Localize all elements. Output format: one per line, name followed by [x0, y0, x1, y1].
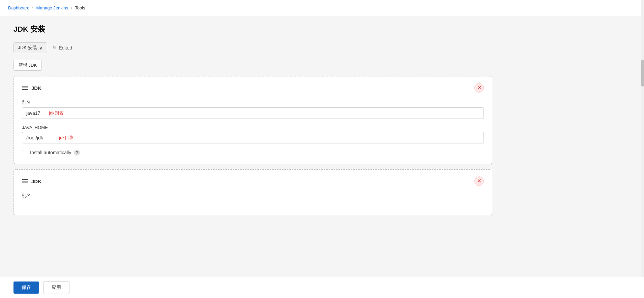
- breadcrumb-dashboard[interactable]: Dashboard: [8, 5, 30, 10]
- bottom-toolbar: 保存 应用: [0, 277, 644, 298]
- card-1-install-auto-label: Install automatically: [30, 150, 71, 155]
- card-1-title: JDK: [31, 85, 41, 91]
- card-2-alias-label: 别名: [22, 193, 484, 199]
- jdk-card-1: JDK ✕ 别名 jdk别名 JAVA_HOME jdk目录 Install a…: [13, 76, 492, 164]
- breadcrumb-sep-1: ›: [32, 6, 34, 10]
- card-1-javahome-input[interactable]: [22, 132, 484, 143]
- card-1-alias-input-wrapper: jdk别名: [22, 107, 484, 119]
- pencil-icon: ✎: [53, 45, 57, 51]
- card-2-title: JDK: [31, 178, 41, 184]
- card-1-header: JDK ✕: [22, 83, 484, 93]
- edited-status: ✎ Edited: [53, 45, 72, 51]
- breadcrumb-tools: Tools: [75, 5, 85, 10]
- card-2-alias-group: 别名: [22, 193, 484, 199]
- scrollbar-thumb[interactable]: [641, 60, 644, 87]
- drag-handle-icon-2[interactable]: [22, 179, 28, 183]
- card-2-title-group: JDK: [22, 178, 41, 184]
- card-1-javahome-group: JAVA_HOME jdk目录: [22, 125, 484, 143]
- card-2-close-button[interactable]: ✕: [474, 176, 484, 186]
- page-title: JDK 安装: [13, 24, 492, 34]
- card-1-help-icon[interactable]: ?: [74, 150, 80, 156]
- drag-handle-icon[interactable]: [22, 86, 28, 90]
- breadcrumb-sep-2: ›: [71, 6, 72, 10]
- card-1-close-button[interactable]: ✕: [474, 83, 484, 93]
- card-1-install-auto-checkbox[interactable]: [22, 150, 27, 155]
- edited-text: Edited: [59, 45, 72, 51]
- toggle-label: JDK 安装: [18, 45, 37, 51]
- section-header: JDK 安装 ∧ ✎ Edited: [13, 42, 492, 53]
- card-1-javahome-label: JAVA_HOME: [22, 125, 484, 130]
- jdk-toggle-button[interactable]: JDK 安装 ∧: [13, 42, 47, 53]
- card-2-header: JDK ✕: [22, 176, 484, 186]
- scrollbar-track: [641, 0, 644, 298]
- chevron-up-icon: ∧: [39, 45, 43, 51]
- card-1-alias-label: 别名: [22, 99, 484, 105]
- save-button[interactable]: 保存: [13, 282, 39, 294]
- card-1-alias-group: 别名 jdk别名: [22, 99, 484, 119]
- breadcrumb: Dashboard › Manage Jenkins › Tools: [0, 0, 644, 16]
- apply-button[interactable]: 应用: [43, 281, 69, 294]
- main-content: JDK 安装 JDK 安装 ∧ ✎ Edited 新增 JDK JDK ✕: [0, 16, 506, 247]
- add-jdk-button[interactable]: 新增 JDK: [13, 60, 42, 71]
- card-1-title-group: JDK: [22, 85, 41, 91]
- card-1-install-auto-row: Install automatically ?: [22, 150, 484, 156]
- card-1-alias-input[interactable]: [22, 107, 484, 119]
- jdk-card-2: JDK ✕ 别名: [13, 169, 492, 215]
- card-1-javahome-input-wrapper: jdk目录: [22, 132, 484, 143]
- breadcrumb-manage-jenkins[interactable]: Manage Jenkins: [36, 5, 68, 10]
